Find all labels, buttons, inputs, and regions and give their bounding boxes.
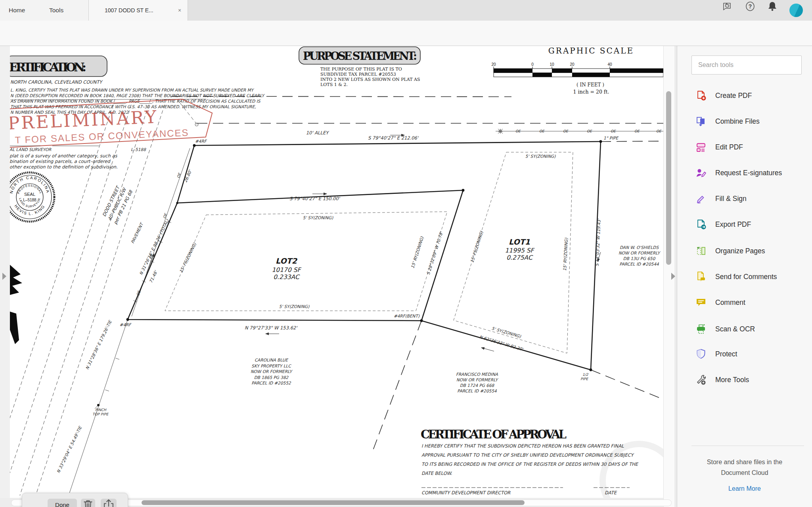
svg-text:LOT2: LOT2 xyxy=(276,256,298,265)
dim-54: N 33°29'04" E 54.49'-TIE xyxy=(56,425,83,474)
dimension-arrows xyxy=(147,135,601,351)
tab-home[interactable]: Home xyxy=(9,0,25,21)
tool-edit-pdf[interactable]: edit-pdf-icon Edit PDF xyxy=(695,141,743,153)
marker-half-pipe: 1/2 xyxy=(582,373,589,377)
surveyor-note: AL LAND SURVEYOR L–5188 plat is of a sur… xyxy=(10,146,146,170)
tool-create-pdf[interactable]: create-pdf-icon Create PDF xyxy=(695,90,752,101)
learn-more-link[interactable]: Learn More xyxy=(685,485,804,492)
tool-fill-sign[interactable]: fill-sign-icon Fill & Sign xyxy=(695,193,747,205)
marker-pinch: TOP PIPE xyxy=(92,412,109,416)
tool-send-for-comments[interactable]: send-for-comments-icon Send for Comments xyxy=(695,271,777,283)
parcel-oshields: DAN W. O'SHIELDS NOW OR FORMERLY DB 13U … xyxy=(619,245,661,266)
svg-text:NOW OR FORMERLY: NOW OR FORMERLY xyxy=(619,251,661,255)
promo-line1: Store and share files in the xyxy=(685,457,804,467)
purpose-line: LOTS 1 & 2. xyxy=(320,82,348,87)
scale-inch: 1 inch = 20 ft. xyxy=(573,89,609,95)
svg-text:LOT1: LOT1 xyxy=(509,237,530,246)
notifications-bell-icon[interactable] xyxy=(766,0,779,13)
scale-feet: ( IN FEET ) xyxy=(576,82,604,88)
search-tools-input[interactable] xyxy=(691,55,802,75)
tool-more-tools[interactable]: more-tools-icon More Tools xyxy=(695,374,749,386)
tools-panel-collapse-icon[interactable] xyxy=(671,273,675,280)
dim-212: S 79°40'27" E 212.06' xyxy=(368,135,419,141)
marker-4rf-bottom: #4RF xyxy=(120,322,132,327)
street-name: DODD STREET 40' PUBLIC R/W per PB 21 PG … xyxy=(100,183,134,225)
close-icon[interactable]: × xyxy=(176,6,184,14)
user-avatar[interactable] xyxy=(789,4,803,17)
tool-organize-pages[interactable]: organize-pages-icon Organize Pages xyxy=(695,245,765,257)
note-line: plat is of a survey of another category,… xyxy=(10,153,117,159)
dim-70: S 28°32'09" W 70.78' xyxy=(425,231,444,275)
document-tab[interactable]: 1007 DODD ST E... × xyxy=(88,0,188,21)
approval-line: APPROVAL PURSUANT TO THE CITY OF SHELBY … xyxy=(421,452,634,458)
svg-text:OE: OE xyxy=(539,129,545,133)
note-line: L–5188 xyxy=(131,147,146,152)
svg-text:CAROLINA BLUE: CAROLINA BLUE xyxy=(255,358,289,362)
tool-export-pdf[interactable]: export-pdf-icon Export PDF xyxy=(695,218,751,230)
help-icon[interactable]: ? xyxy=(744,0,756,13)
plat-drawing: ERTIFICATION: NORTH CAROLINA, CLEVELAND … xyxy=(10,46,663,498)
vertical-scrollbar-thumb[interactable] xyxy=(666,91,671,265)
graphic-scale: GRAPHIC SCALE 20 0 10 20 40 ( IN FEET ) … xyxy=(491,46,663,95)
svg-text:OE: OE xyxy=(634,129,640,133)
scale-tick: 10 xyxy=(550,62,554,67)
done-toolbar: Done xyxy=(22,493,128,507)
horizontal-scrollbar-thumb[interactable] xyxy=(142,500,525,505)
lot2-setback xyxy=(165,212,447,311)
pdf-page: ERTIFICATION: NORTH CAROLINA, CLEVELAND … xyxy=(10,46,663,498)
setback-sy: 5' SY(ZONING) xyxy=(491,326,522,339)
tool-request-esignatures[interactable]: request-esignatures-icon Request E-signa… xyxy=(695,167,782,179)
parcel-medina: FRANCISCO MEDINA NOW OR FORMERLY DB 1724… xyxy=(456,372,499,393)
note-line: bination of existing parcels, a court–or… xyxy=(10,159,111,164)
toolbar: / 1 61.8% xyxy=(0,21,812,46)
marker-1in-pipe: 1" PIPE xyxy=(603,136,619,140)
approval-sig1: COMMUNITY DEVELOPMENT DIRECTOR xyxy=(421,490,511,496)
certification-block: ERTIFICATION: NORTH CAROLINA, CLEVELAND … xyxy=(10,56,265,115)
tool-protect[interactable]: protect-shield-icon Protect xyxy=(695,348,737,360)
tab-tools[interactable]: Tools xyxy=(49,0,63,21)
purpose-line: THE PURPOSE OF THIS PLAT IS TO xyxy=(320,67,402,72)
svg-text:NOW OR FORMERLY: NOW OR FORMERLY xyxy=(251,369,293,374)
purpose-line: SUBDIVIDE TAX PARCEL #20553 xyxy=(320,72,396,77)
approval-line: DATE BELOW. xyxy=(421,471,452,476)
note-line: other exception to the definition of sub… xyxy=(10,164,118,170)
purpose-statement-block: PURPOSE STATEMENT: THE PURPOSE OF THIS P… xyxy=(299,47,420,87)
done-button[interactable]: Done xyxy=(48,499,77,507)
svg-text:OE: OE xyxy=(656,129,662,133)
setback-fs: 15' FS(ZONING) xyxy=(469,230,484,263)
svg-text:PARCEL ID #20544: PARCEL ID #20544 xyxy=(619,262,659,266)
certification-line: L. KING, CERTIFY THAT THIS PLAT WAS DRAW… xyxy=(10,88,255,92)
svg-text:DB 1865 PG 382: DB 1865 PG 382 xyxy=(254,375,289,380)
approval-line: I HEREBY CERTIFY THAT THE SUBDIVSION DEP… xyxy=(421,443,624,449)
scale-tick: 40 xyxy=(607,62,612,67)
tool-comment[interactable]: comment-icon Comment xyxy=(695,297,745,308)
utility-pole-icon xyxy=(498,129,503,134)
dim-26: 26.80' xyxy=(183,169,193,183)
setback-sy: 5' SY(ZONING) xyxy=(525,154,556,159)
certification-line: N (DEED DESCRIPTION RECORDED IN BOOK 184… xyxy=(10,93,265,98)
svg-text:OE: OE xyxy=(515,129,521,133)
setback-ry: 15' RY(ZONING) xyxy=(410,235,425,269)
left-panel-expand-icon[interactable] xyxy=(2,273,6,280)
feedback-icon[interactable] xyxy=(720,0,733,13)
setback-sy: 5' SY(ZONING) xyxy=(303,215,333,220)
svg-text:10170 SF: 10170 SF xyxy=(272,266,302,274)
scale-tick: 20 xyxy=(570,62,575,67)
sidebar-divider xyxy=(691,446,804,446)
tools-sidebar: create-pdf-icon Create PDF combine-files… xyxy=(677,46,812,507)
delete-trash-icon[interactable] xyxy=(81,499,95,507)
dim-179: N 31°28'36" E 179.26'-TIE xyxy=(84,319,113,370)
svg-text:DB 1724 PG 668: DB 1724 PG 668 xyxy=(460,383,495,388)
surveyor-seal: NORTH CAROLINA HEVIS L. KING PROFESSIONA… xyxy=(10,172,54,222)
svg-text:FRANCISCO MEDINA: FRANCISCO MEDINA xyxy=(456,372,498,377)
seal-center2: L–5188 xyxy=(23,198,36,202)
tab-bar: Home Tools 1007 DODD ST E... × ? xyxy=(0,0,812,21)
svg-text:DB 13U PG 650: DB 13U PG 650 xyxy=(623,256,656,261)
dim-119: S 13°03'32" W 119.43' xyxy=(594,218,601,266)
help-glyph: ? xyxy=(749,3,752,10)
tool-combine-files[interactable]: combine-files-icon Combine Files xyxy=(695,115,760,127)
dim-150: S 79°40'27" E 150.00' xyxy=(289,196,341,201)
tool-scan-ocr[interactable]: scan-ocr-icon Scan & OCR xyxy=(695,323,755,335)
share-export-icon[interactable] xyxy=(101,499,117,507)
north-arrow-icon xyxy=(10,265,22,344)
